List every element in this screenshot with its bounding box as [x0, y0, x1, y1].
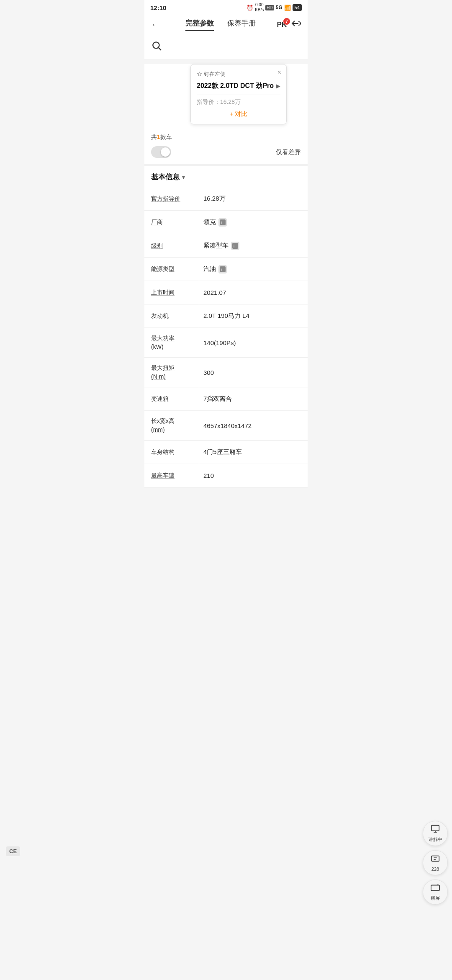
diff-toggle[interactable]	[151, 146, 171, 158]
status-time: 12:10	[150, 4, 166, 11]
svg-line-1	[159, 48, 161, 50]
param-value-body-type: 4门5座三厢车	[199, 441, 308, 464]
pk-button[interactable]: PK 7	[277, 21, 287, 29]
popup-close-button[interactable]: ×	[277, 69, 281, 76]
network-type: 5G	[276, 5, 282, 10]
add-compare-button[interactable]: + 对比	[197, 110, 280, 118]
net-speed: 0.00KB/s	[255, 3, 264, 13]
table-row: 最大功率 (kW) 140(190Ps)	[144, 328, 308, 358]
param-label-dimensions[interactable]: 长x宽x高 (mm)	[144, 411, 199, 440]
param-value-torque: 300	[199, 358, 308, 387]
hd-badge: HD	[265, 5, 274, 10]
param-label-class[interactable]: 级别	[144, 234, 199, 257]
table-row: 发动机 2.0T 190马力 L4	[144, 304, 308, 328]
car-name-arrow[interactable]: ▶	[276, 83, 280, 89]
toggle-knob	[161, 147, 170, 157]
table-row: 能源类型 汽油 i	[144, 258, 308, 281]
nav-right-buttons: PK 7	[277, 18, 301, 31]
info-icon-manufacturer[interactable]: i	[218, 218, 227, 227]
pin-label: ☆ 钉在左侧	[197, 70, 280, 78]
status-icons: ⏰ 0.00KB/s HD 5G 📶 54	[247, 3, 302, 13]
svg-rect-6	[220, 266, 226, 272]
param-label-max-speed[interactable]: 最高车速	[144, 464, 199, 487]
table-row: 最大扭矩 (N·m) 300	[144, 358, 308, 387]
svg-rect-2	[220, 219, 226, 225]
param-value-manufacturer: 领克 i	[199, 211, 308, 234]
table-row: 长x宽x高 (mm) 4657x1840x1472	[144, 411, 308, 441]
param-value-gearbox: 7挡双离合	[199, 387, 308, 410]
param-value-price: 16.28万	[199, 187, 308, 210]
param-label-gearbox[interactable]: 变速箱	[144, 387, 199, 410]
info-icon-class[interactable]: i	[231, 242, 239, 250]
table-row: 车身结构 4门5座三厢车	[144, 441, 308, 464]
pk-badge-count: 7	[283, 18, 290, 25]
section-expand-icon: ▾	[182, 174, 185, 181]
param-label-max-power[interactable]: 最大功率 (kW)	[144, 328, 199, 357]
table-row: 厂商 领克 i	[144, 211, 308, 234]
param-label-torque[interactable]: 最大扭矩 (N·m)	[144, 358, 199, 387]
param-value-class: 紧凑型车 i	[199, 234, 308, 257]
param-label-body-type[interactable]: 车身结构	[144, 441, 199, 464]
table-row: 最高车速 210	[144, 464, 308, 487]
table-row: 官方指导价 16.28万	[144, 187, 308, 211]
tab-maintenance[interactable]: 保养手册	[227, 18, 256, 31]
param-label-manufacturer[interactable]: 厂商	[144, 211, 199, 234]
diff-label: 仅看差异	[276, 148, 301, 156]
popup-car-name: 2022款 2.0TD DCT 劲Pro ▶	[197, 81, 280, 90]
table-row: 上市时间 2021.07	[144, 281, 308, 304]
alarm-icon: ⏰	[247, 5, 253, 11]
count-text: 共1款车	[151, 134, 172, 141]
info-icon-energy[interactable]: i	[218, 265, 227, 273]
table-row: 级别 紧凑型车 i	[144, 234, 308, 258]
diff-toggle-row: 仅看差异	[144, 144, 308, 164]
signal-icon: 📶	[284, 5, 291, 11]
param-label-price[interactable]: 官方指导价	[144, 187, 199, 210]
top-nav: ← 完整参数 保养手册 PK 7	[144, 14, 308, 36]
nav-tabs: 完整参数 保养手册	[165, 18, 276, 31]
svg-text:i: i	[234, 244, 234, 248]
popup-price: 指导价：16.28万	[197, 98, 280, 106]
count-row: 共1款车	[144, 129, 308, 144]
param-value-launch-date: 2021.07	[199, 281, 308, 304]
popup-divider	[197, 95, 280, 95]
share-button[interactable]	[291, 18, 301, 31]
search-button[interactable]	[151, 43, 162, 53]
svg-text:i: i	[221, 220, 222, 224]
param-value-energy: 汽油 i	[199, 258, 308, 281]
svg-rect-4	[232, 243, 238, 249]
param-value-dimensions: 4657x1840x1472	[199, 411, 308, 440]
status-bar: 12:10 ⏰ 0.00KB/s HD 5G 📶 54	[144, 0, 308, 14]
param-label-energy[interactable]: 能源类型	[144, 258, 199, 281]
section-title: 基本信息	[151, 172, 180, 182]
search-area	[144, 36, 308, 60]
param-table: 官方指导价 16.28万 厂商 领克 i 级别 紧凑型车 i 能源类型 汽油 i	[144, 187, 308, 487]
section-header[interactable]: 基本信息 ▾	[144, 164, 308, 187]
param-value-max-power: 140(190Ps)	[199, 328, 308, 357]
comparison-section: ☆ 钉在左侧 × 2022款 2.0TD DCT 劲Pro ▶ 指导价：16.2…	[144, 64, 308, 164]
compare-popup: ☆ 钉在左侧 × 2022款 2.0TD DCT 劲Pro ▶ 指导价：16.2…	[190, 64, 287, 124]
tab-full-params[interactable]: 完整参数	[185, 18, 214, 31]
battery-indicator: 54	[293, 4, 302, 11]
param-label-engine[interactable]: 发动机	[144, 304, 199, 328]
param-value-max-speed: 210	[199, 464, 308, 487]
svg-text:i: i	[221, 267, 222, 271]
back-button[interactable]: ←	[151, 19, 160, 30]
param-value-engine: 2.0T 190马力 L4	[199, 304, 308, 328]
table-row: 变速箱 7挡双离合	[144, 387, 308, 411]
svg-point-0	[153, 42, 159, 48]
param-label-launch-date[interactable]: 上市时间	[144, 281, 199, 304]
